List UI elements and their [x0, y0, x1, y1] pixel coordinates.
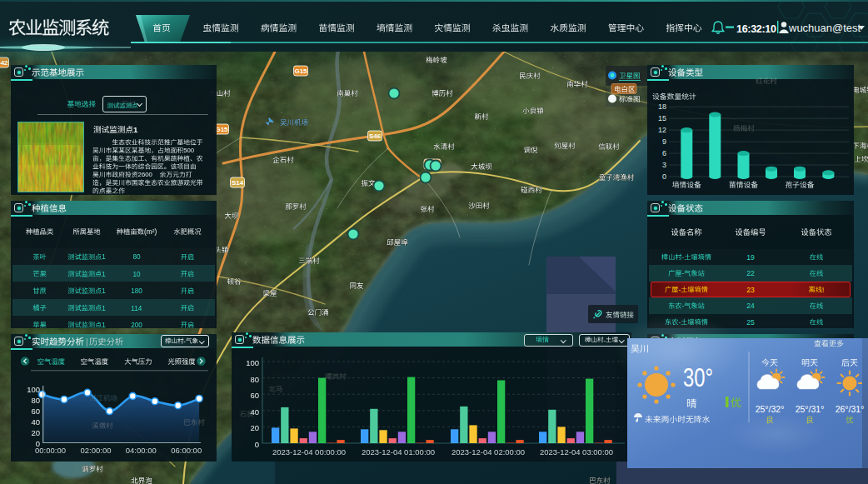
svg-text:G15: G15 [294, 67, 307, 75]
svg-text:S46: S46 [369, 132, 382, 140]
svg-text:G15: G15 [215, 126, 228, 133]
svg-text:S14: S14 [232, 179, 244, 187]
